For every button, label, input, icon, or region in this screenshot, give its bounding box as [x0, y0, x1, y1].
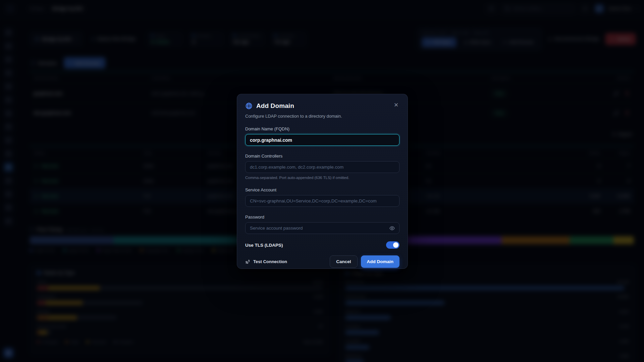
modal-title: Add Domain	[256, 102, 294, 110]
use-tls-toggle[interactable]	[386, 241, 399, 249]
domain-name-label: Domain Name (FQDN)	[245, 126, 399, 131]
domain-controllers-helper: Comma-separated. Port auto-appended (636…	[245, 176, 399, 180]
password-label: Password	[245, 215, 399, 220]
cancel-button[interactable]: Cancel	[330, 255, 357, 268]
app-stage: Bridges / Bridge-hq-001 ⌘ Search entitie…	[0, 0, 644, 362]
toggle-knob	[393, 242, 398, 248]
add-domain-submit-button[interactable]: Add Domain	[361, 255, 400, 268]
domain-name-input[interactable]: corp.graphnai.com	[245, 134, 399, 146]
modal-subtitle: Configure LDAP connection to a directory…	[245, 114, 399, 119]
test-connection-button[interactable]: Test Connection	[245, 259, 287, 264]
service-account-label: Service Account	[245, 187, 399, 192]
eye-icon[interactable]	[389, 226, 395, 231]
domain-controllers-input[interactable]: dc1.corp.example.com, dc2.corp.example.c…	[245, 161, 399, 173]
plug-icon	[245, 259, 250, 264]
service-account-input[interactable]: CN=svc-graphnai,OU=Service,DC=corp,DC=ex…	[245, 195, 399, 207]
domain-controllers-label: Domain Controllers	[245, 154, 399, 159]
close-icon[interactable]: ✕	[392, 101, 400, 109]
add-domain-modal: ✕ Add Domain Configure LDAP connection t…	[237, 94, 408, 269]
password-input[interactable]: Service account password	[245, 222, 399, 234]
globe-icon	[245, 102, 253, 110]
use-tls-label: Use TLS (LDAPS)	[245, 243, 283, 248]
